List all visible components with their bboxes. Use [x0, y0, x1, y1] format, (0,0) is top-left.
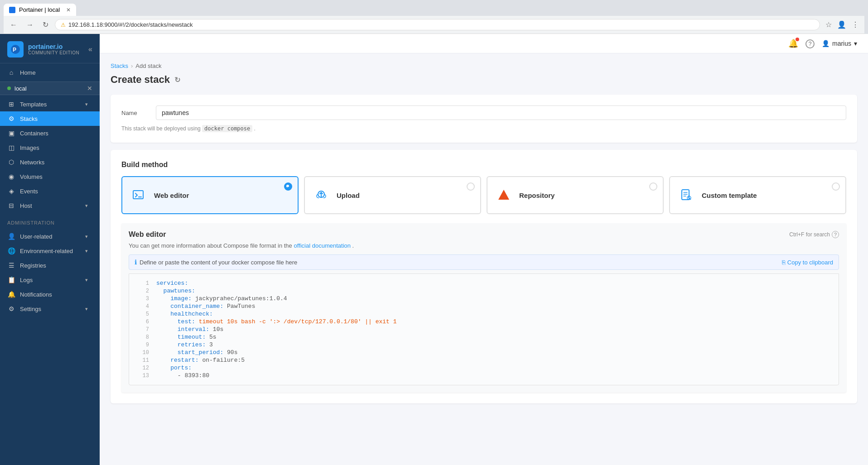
sidebar-item-stacks[interactable]: ⚙ Stacks [0, 111, 100, 126]
sidebar-item-registries-label: Registries [20, 262, 92, 269]
registries-icon: ☰ [7, 262, 15, 269]
profile-button[interactable]: 👤 [835, 19, 848, 31]
method-repository-radio [649, 182, 657, 191]
sidebar-item-notifications[interactable]: 🔔 Notifications [0, 287, 100, 302]
official-documentation-link[interactable]: official documentation [294, 242, 351, 249]
name-form-card: Name This stack will be deployed using d… [111, 95, 857, 143]
sidebar-item-host[interactable]: ⊟ Host ▾ [0, 198, 100, 213]
sidebar-item-settings-label: Settings [20, 306, 81, 312]
sidebar-item-containers[interactable]: ▣ Containers [0, 126, 100, 140]
brand-name: portainer.io [28, 43, 79, 51]
bookmark-button[interactable]: ☆ [824, 19, 834, 31]
sidebar-item-user-related[interactable]: 👤 User-related ▾ [0, 229, 100, 244]
sidebar-item-home[interactable]: ⌂ Home [0, 65, 100, 80]
sidebar-item-images[interactable]: ◫ Images [0, 140, 100, 155]
copy-icon: ⎘ [782, 259, 786, 266]
env-close-button[interactable]: ✕ [87, 85, 92, 92]
images-icon: ◫ [7, 144, 15, 151]
sidebar-item-logs[interactable]: 📋 Logs ▾ [0, 273, 100, 287]
copy-clipboard-button[interactable]: ⎘ Copy to clipboard [782, 259, 833, 266]
line-number: 4 [135, 303, 149, 310]
method-custom-template[interactable]: Custom template [669, 176, 846, 214]
deploy-note: This stack will be deployed using docker… [121, 125, 846, 132]
sidebar-item-notifications-label: Notifications [20, 291, 92, 298]
user-menu-button[interactable]: 👤 marius ▾ [822, 40, 857, 47]
line-content: retries: 3 [156, 341, 213, 348]
user-chevron-icon: ▾ [854, 40, 857, 47]
define-hint-bar: ℹ Define or paste the content of your do… [129, 254, 839, 270]
line-content: container_name: PawTunes [156, 303, 255, 310]
sidebar-item-environment-related[interactable]: 🌐 Environment-related ▾ [0, 244, 100, 258]
method-upload[interactable]: Upload [304, 176, 481, 214]
breadcrumb: Stacks › Add stack [111, 62, 857, 69]
code-line: 11 restart: on-failure:5 [129, 356, 839, 364]
sidebar-item-settings[interactable]: ⚙ Settings ▾ [0, 302, 100, 316]
name-form-row: Name [121, 105, 846, 120]
browser-chrome: Portainer | local ✕ ← → ↻ ⚠ 192.168.1.18… [0, 0, 868, 34]
code-line: 7 interval: 10s [129, 326, 839, 333]
sidebar-environment: local ✕ [0, 81, 100, 95]
breadcrumb-current: Add stack [135, 62, 161, 69]
line-number: 7 [135, 326, 149, 333]
tab-close-button[interactable]: ✕ [66, 7, 71, 13]
code-line: 9 retries: 3 [129, 341, 839, 349]
line-content: pawtunes: [156, 288, 195, 294]
repository-label: Repository [519, 192, 555, 199]
templates-icon: ⊞ [7, 101, 15, 108]
main-content: 🔔 ? 👤 marius ▾ Stacks › Add stack [100, 34, 868, 465]
favicon [9, 7, 15, 13]
web-editor-label: Web editor [154, 192, 189, 199]
sidebar-logo: P portainer.io Community Edition « [0, 34, 100, 63]
method-custom-template-radio [832, 182, 840, 191]
line-number: 12 [135, 365, 149, 371]
code-line: 10 start_period: 90s [129, 349, 839, 356]
sidebar-section-admin: 👤 User-related ▾ 🌐 Environment-related ▾… [0, 227, 100, 318]
custom-template-icon [677, 186, 695, 204]
forward-button[interactable]: → [24, 20, 36, 30]
line-content: restart: on-failure:5 [156, 357, 245, 364]
refresh-icon[interactable]: ↻ [174, 76, 180, 84]
browser-tab-active[interactable]: Portainer | local ✕ [4, 4, 76, 16]
code-line: 8 timeout: 5s [129, 333, 839, 341]
address-bar[interactable]: ⚠ 192.168.1.18:9000/#!/2/docker/stacks/n… [55, 19, 820, 30]
host-icon: ⊟ [7, 202, 15, 209]
custom-template-label: Custom template [702, 192, 757, 199]
sidebar-item-templates-label: Templates [20, 101, 81, 108]
name-input[interactable] [156, 105, 846, 120]
breadcrumb-stacks-link[interactable]: Stacks [111, 62, 128, 69]
line-content: healthcheck: [156, 311, 213, 317]
sidebar-section-main: ⌂ Home [0, 63, 100, 81]
sidebar-item-volumes[interactable]: ◉ Volumes [0, 169, 100, 184]
logs-chevron-icon: ▾ [85, 277, 88, 283]
method-web-editor[interactable]: Web editor ✓ [121, 176, 299, 214]
sidebar-item-events[interactable]: ◈ Events [0, 184, 100, 198]
sidebar-collapse-button[interactable]: « [88, 45, 92, 53]
sidebar-item-logs-label: Logs [20, 277, 81, 283]
sidebar-item-registries[interactable]: ☰ Registries [0, 258, 100, 273]
sidebar-item-templates[interactable]: ⊞ Templates ▾ [0, 97, 100, 111]
help-icon: ? [805, 39, 815, 48]
sidebar-item-containers-label: Containers [20, 130, 92, 137]
sidebar-item-networks-label: Networks [20, 159, 92, 166]
svg-text:P: P [13, 47, 16, 53]
settings-chevron-icon: ▾ [85, 306, 88, 312]
sidebar-item-volumes-label: Volumes [20, 173, 92, 180]
reload-button[interactable]: ↻ [40, 19, 51, 30]
environment-related-icon: 🌐 [7, 247, 15, 254]
web-editor-check-icon: ✓ [286, 182, 293, 192]
notifications-button[interactable]: 🔔 [788, 38, 798, 48]
sidebar-item-networks[interactable]: ⬡ Networks [0, 155, 100, 169]
method-repository[interactable]: Repository [487, 176, 664, 214]
user-related-chevron-icon: ▾ [85, 234, 88, 240]
editor-header: Web editor Ctrl+F for search ? [129, 230, 839, 239]
help-button[interactable]: ? [805, 38, 815, 48]
sidebar-item-user-related-label: User-related [20, 233, 81, 240]
line-number: 9 [135, 342, 149, 348]
editor-hint: Ctrl+F for search ? [789, 231, 839, 238]
home-icon: ⌂ [7, 69, 15, 76]
line-number: 5 [135, 311, 149, 317]
back-button[interactable]: ← [7, 20, 20, 30]
code-editor[interactable]: 1services:2 pawtunes:3 image: jackyprahe… [129, 273, 839, 385]
menu-button[interactable]: ⋮ [850, 19, 861, 31]
browser-tabs: Portainer | local ✕ [4, 4, 864, 16]
